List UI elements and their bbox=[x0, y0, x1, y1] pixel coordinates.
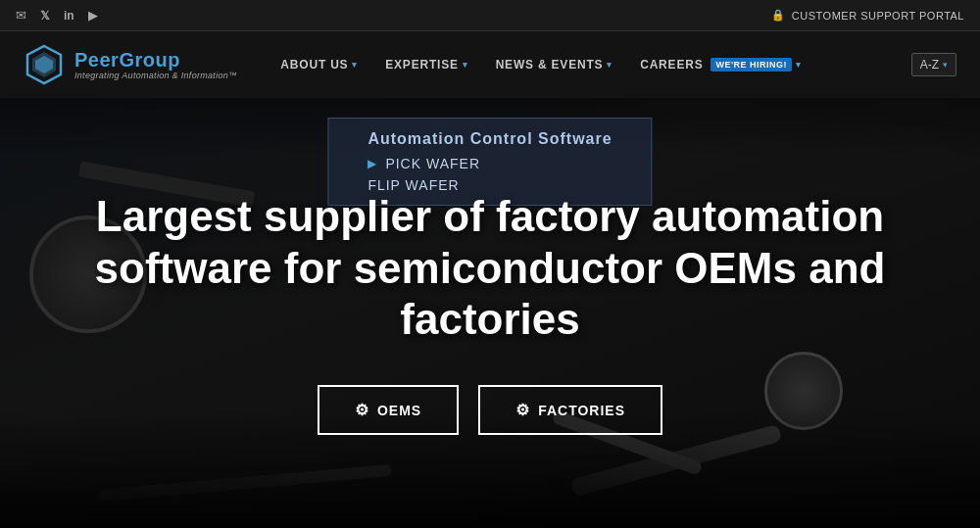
lock-icon: 🔒 bbox=[771, 9, 786, 22]
customer-support-area[interactable]: 🔒 CUSTOMER SUPPORT PORTAL bbox=[771, 9, 964, 22]
nav-news-events[interactable]: NEWS & EVENTS ▾ bbox=[484, 50, 625, 79]
social-links: ✉ 𝕏 in ▶ bbox=[16, 8, 98, 23]
logo-text: PeerGroup Integrating Automation & Infor… bbox=[74, 49, 237, 80]
oems-button[interactable]: ⚙ OEMs bbox=[318, 385, 459, 435]
about-chevron-icon: ▾ bbox=[352, 60, 358, 70]
nav-expertise[interactable]: EXPERTISE ▾ bbox=[373, 50, 479, 79]
hero-content: Largest supplier of factory automation s… bbox=[0, 98, 980, 528]
hero-buttons: ⚙ OEMs ⚙ FACTORIES bbox=[318, 385, 662, 435]
logo-group: Group bbox=[119, 49, 180, 71]
navigation-bar: PeerGroup Integrating Automation & Infor… bbox=[0, 31, 980, 98]
lang-label: A-Z bbox=[920, 58, 939, 72]
oems-label: OEMs bbox=[377, 403, 421, 418]
linkedin-icon[interactable]: in bbox=[64, 9, 74, 23]
youtube-icon[interactable]: ▶ bbox=[88, 8, 98, 23]
expertise-chevron-icon: ▾ bbox=[463, 60, 468, 70]
nav-careers[interactable]: CAREERS WE'RE HIRING! ▾ bbox=[628, 50, 813, 79]
logo-peer: Peer bbox=[74, 49, 119, 71]
oems-gear-icon: ⚙ bbox=[355, 401, 369, 419]
nav-about-us[interactable]: ABOUT US ▾ bbox=[269, 50, 369, 79]
language-selector[interactable]: A-Z ▾ bbox=[911, 53, 956, 76]
logo-tagline: Integrating Automation & Information™ bbox=[74, 71, 237, 80]
logo-icon bbox=[24, 44, 65, 85]
hero-section: Automation Control Software ▶ PICK WAFER… bbox=[0, 98, 980, 528]
factories-gear-icon: ⚙ bbox=[515, 401, 530, 419]
careers-badge: WE'RE HIRING! bbox=[710, 58, 792, 72]
twitter-icon[interactable]: 𝕏 bbox=[40, 9, 50, 23]
customer-support-label[interactable]: CUSTOMER SUPPORT PORTAL bbox=[792, 10, 964, 22]
factories-label: FACTORIES bbox=[538, 403, 625, 418]
top-bar: ✉ 𝕏 in ▶ 🔒 CUSTOMER SUPPORT PORTAL bbox=[0, 0, 980, 31]
factories-button[interactable]: ⚙ FACTORIES bbox=[478, 385, 662, 435]
lang-chevron-icon: ▾ bbox=[943, 60, 948, 70]
logo[interactable]: PeerGroup Integrating Automation & Infor… bbox=[24, 44, 237, 85]
nav-links: ABOUT US ▾ EXPERTISE ▾ NEWS & EVENTS ▾ C… bbox=[269, 50, 910, 79]
news-chevron-icon: ▾ bbox=[607, 60, 612, 70]
hero-headline: Largest supplier of factory automation s… bbox=[88, 191, 892, 346]
careers-chevron-icon: ▾ bbox=[796, 60, 802, 70]
logo-name: PeerGroup bbox=[74, 49, 237, 71]
email-icon[interactable]: ✉ bbox=[16, 8, 26, 23]
